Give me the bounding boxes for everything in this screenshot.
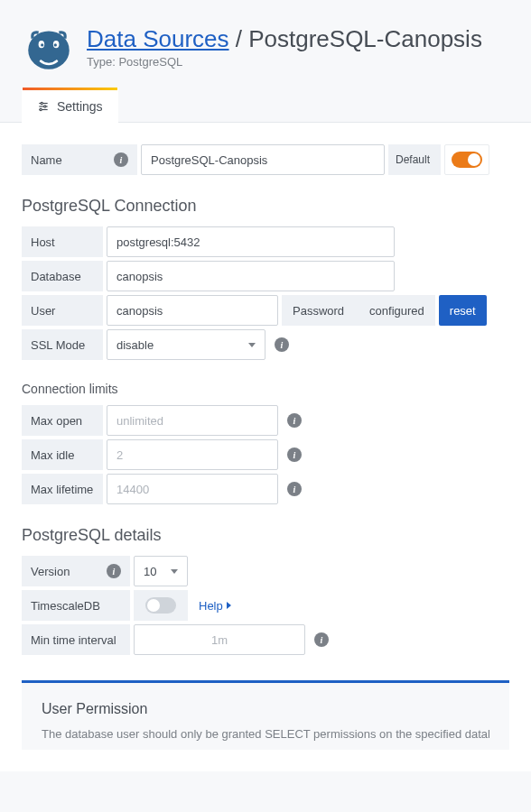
- info-icon[interactable]: i: [314, 632, 329, 647]
- breadcrumb: Data Sources / PostgreSQL-Canopsis: [87, 25, 482, 53]
- user-label: User: [22, 295, 103, 326]
- password-block: Password configured: [282, 295, 435, 326]
- host-label: Host: [22, 226, 103, 257]
- info-icon[interactable]: i: [275, 337, 289, 352]
- section-connection-title: PostgreSQL Connection: [22, 197, 509, 216]
- info-icon[interactable]: i: [287, 413, 302, 428]
- user-permission-title: User Permission: [42, 701, 489, 717]
- max-lifetime-input[interactable]: [107, 474, 278, 504]
- reset-password-button[interactable]: reset: [439, 295, 487, 326]
- max-idle-label: Max idle: [22, 439, 103, 470]
- max-idle-input[interactable]: [107, 439, 278, 470]
- info-icon[interactable]: i: [287, 482, 302, 496]
- breadcrumb-root-link[interactable]: Data Sources: [87, 25, 229, 52]
- default-label: Default: [388, 144, 441, 175]
- version-label: Version i: [22, 556, 130, 586]
- default-toggle[interactable]: [452, 152, 482, 168]
- ssl-mode-label: SSL Mode: [22, 329, 103, 360]
- settings-panel: Name i Default PostgreSQL Connection Hos…: [0, 122, 531, 771]
- postgresql-logo-icon: [25, 25, 72, 72]
- svg-point-6: [41, 102, 42, 104]
- help-link[interactable]: Help: [191, 590, 231, 621]
- name-label: Name i: [22, 144, 137, 175]
- user-input[interactable]: [107, 295, 278, 326]
- timescaledb-label: TimescaleDB: [22, 590, 130, 621]
- svg-point-4: [54, 43, 57, 46]
- timescaledb-toggle[interactable]: [145, 597, 176, 614]
- svg-point-10: [40, 108, 42, 110]
- chevron-right-icon: [227, 602, 231, 609]
- default-toggle-box: [444, 144, 489, 175]
- user-permission-text: The database user should only be granted…: [42, 726, 489, 743]
- page-header: Data Sources / PostgreSQL-Canopsis Type:…: [0, 0, 531, 87]
- host-input[interactable]: [107, 226, 395, 257]
- datasource-type-label: Type: PostgreSQL: [87, 55, 482, 69]
- chevron-down-icon: [248, 343, 256, 347]
- name-input[interactable]: [141, 144, 385, 175]
- version-select[interactable]: 10: [134, 556, 188, 586]
- max-lifetime-label: Max lifetime: [22, 474, 103, 504]
- svg-point-3: [41, 43, 43, 46]
- tab-settings[interactable]: Settings: [22, 88, 118, 123]
- ssl-mode-select[interactable]: disable: [107, 329, 266, 360]
- section-limits-title: Connection limits: [22, 382, 509, 396]
- password-status: configured: [369, 304, 424, 318]
- tabs: Settings: [0, 87, 531, 122]
- password-label: Password: [293, 304, 344, 318]
- max-open-label: Max open: [22, 405, 103, 436]
- breadcrumb-separator: /: [229, 25, 249, 52]
- section-details-title: PostgreSQL details: [22, 526, 509, 545]
- user-permission-panel: User Permission The database user should…: [22, 680, 509, 750]
- database-input[interactable]: [107, 261, 395, 291]
- database-label: Database: [22, 261, 103, 291]
- info-icon[interactable]: i: [287, 448, 302, 462]
- min-time-interval-label: Min time interval: [22, 624, 130, 655]
- min-time-interval-input[interactable]: [134, 624, 305, 655]
- max-open-input[interactable]: [107, 405, 278, 436]
- timescaledb-toggle-box: [134, 590, 188, 621]
- tab-settings-label: Settings: [57, 99, 103, 114]
- name-row: Name i Default: [22, 144, 509, 175]
- chevron-down-icon: [171, 569, 178, 574]
- breadcrumb-current: PostgreSQL-Canopsis: [248, 25, 482, 52]
- sliders-icon: [37, 100, 50, 113]
- info-icon[interactable]: i: [107, 564, 121, 578]
- info-icon[interactable]: i: [114, 152, 128, 167]
- svg-point-8: [44, 106, 46, 107]
